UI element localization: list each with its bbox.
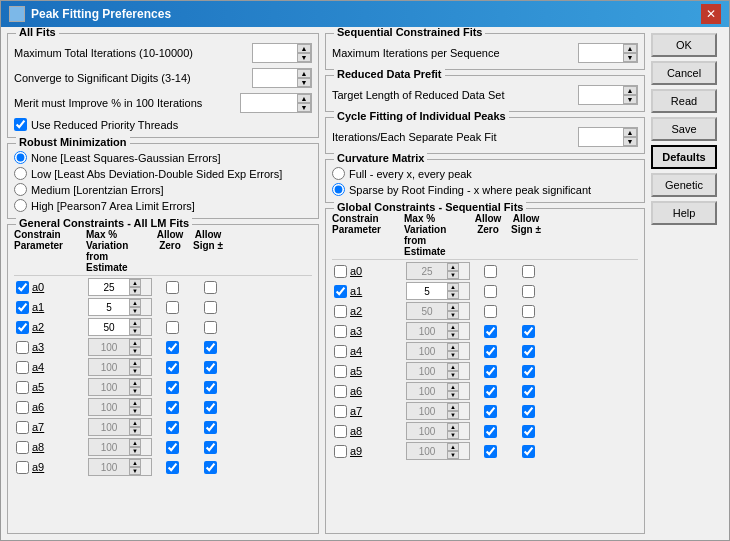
max-down-btn[interactable]: ▼: [129, 467, 141, 475]
max-input[interactable]: [89, 459, 129, 475]
seq-max-iter-down[interactable]: ▼: [623, 53, 637, 62]
max-down-btn[interactable]: ▼: [129, 447, 141, 455]
allow-sign-checkbox[interactable]: [522, 265, 535, 278]
allow-sign-checkbox[interactable]: [522, 345, 535, 358]
max-up-btn[interactable]: ▲: [129, 359, 141, 367]
allow-sign-checkbox[interactable]: [522, 325, 535, 338]
param-checkbox-a1[interactable]: [334, 285, 347, 298]
allow-zero-checkbox[interactable]: [166, 461, 179, 474]
param-checkbox-a2[interactable]: [16, 321, 29, 334]
allow-zero-checkbox[interactable]: [484, 325, 497, 338]
max-spinner[interactable]: ▲▼: [406, 262, 470, 280]
allow-zero-checkbox[interactable]: [484, 425, 497, 438]
allow-zero-checkbox[interactable]: [484, 405, 497, 418]
max-down-btn[interactable]: ▼: [447, 431, 459, 439]
max-up-btn[interactable]: ▲: [129, 459, 141, 467]
max-up-btn[interactable]: ▲: [447, 423, 459, 431]
max-spinner[interactable]: ▲▼: [406, 402, 470, 420]
max-down-btn[interactable]: ▼: [447, 311, 459, 319]
max-up-btn[interactable]: ▲: [447, 323, 459, 331]
help-button[interactable]: Help: [651, 201, 717, 225]
converge-input[interactable]: 6: [253, 69, 297, 87]
max-down-btn[interactable]: ▼: [447, 291, 459, 299]
save-button[interactable]: Save: [651, 117, 717, 141]
read-button[interactable]: Read: [651, 89, 717, 113]
allow-zero-checkbox[interactable]: [166, 401, 179, 414]
max-down-btn[interactable]: ▼: [129, 327, 141, 335]
max-spinner[interactable]: ▲▼: [88, 418, 152, 436]
max-input[interactable]: [89, 299, 129, 315]
max-input[interactable]: [407, 263, 447, 279]
max-spinner[interactable]: ▲▼: [88, 458, 152, 476]
cycle-iter-spinner[interactable]: 20 ▲ ▼: [578, 127, 638, 147]
max-spinner[interactable]: ▲▼: [88, 438, 152, 456]
allow-sign-checkbox[interactable]: [522, 365, 535, 378]
max-input[interactable]: [89, 379, 129, 395]
merit-up[interactable]: ▲: [297, 94, 311, 103]
max-spinner[interactable]: ▲▼: [88, 358, 152, 376]
param-checkbox-a5[interactable]: [334, 365, 347, 378]
max-up-btn[interactable]: ▲: [447, 263, 459, 271]
max-up-btn[interactable]: ▲: [129, 419, 141, 427]
converge-up[interactable]: ▲: [297, 69, 311, 78]
max-down-btn[interactable]: ▼: [447, 411, 459, 419]
param-checkbox-a4[interactable]: [334, 345, 347, 358]
max-down-btn[interactable]: ▼: [129, 407, 141, 415]
converge-down[interactable]: ▼: [297, 78, 311, 87]
target-length-input[interactable]: 1000: [579, 86, 623, 104]
cycle-iter-up[interactable]: ▲: [623, 128, 637, 137]
max-spinner[interactable]: ▲▼: [88, 278, 152, 296]
allow-zero-checkbox[interactable]: [166, 301, 179, 314]
max-spinner[interactable]: ▲▼: [406, 422, 470, 440]
allow-zero-checkbox[interactable]: [484, 285, 497, 298]
allow-zero-checkbox[interactable]: [166, 361, 179, 374]
param-checkbox-a1[interactable]: [16, 301, 29, 314]
max-input[interactable]: [89, 439, 129, 455]
max-input[interactable]: [407, 423, 447, 439]
max-iter-down[interactable]: ▼: [297, 53, 311, 62]
allow-sign-checkbox[interactable]: [204, 361, 217, 374]
max-up-btn[interactable]: ▲: [129, 399, 141, 407]
param-checkbox-a0[interactable]: [16, 281, 29, 294]
max-up-btn[interactable]: ▲: [447, 303, 459, 311]
allow-zero-checkbox[interactable]: [484, 305, 497, 318]
max-spinner[interactable]: ▲▼: [406, 342, 470, 360]
max-up-btn[interactable]: ▲: [447, 443, 459, 451]
max-input[interactable]: [407, 303, 447, 319]
max-up-btn[interactable]: ▲: [447, 343, 459, 351]
robust-high-radio[interactable]: [14, 199, 27, 212]
max-input[interactable]: [89, 319, 129, 335]
allow-zero-checkbox[interactable]: [484, 345, 497, 358]
max-input[interactable]: [89, 359, 129, 375]
converge-spinner[interactable]: 6 ▲ ▼: [252, 68, 312, 88]
max-spinner[interactable]: ▲▼: [406, 442, 470, 460]
allow-sign-checkbox[interactable]: [204, 421, 217, 434]
use-reduced-checkbox[interactable]: [14, 118, 27, 131]
param-checkbox-a0[interactable]: [334, 265, 347, 278]
cycle-iter-down[interactable]: ▼: [623, 137, 637, 146]
allow-sign-checkbox[interactable]: [522, 425, 535, 438]
max-spinner[interactable]: ▲▼: [406, 322, 470, 340]
allow-zero-checkbox[interactable]: [166, 441, 179, 454]
ok-button[interactable]: OK: [651, 33, 717, 57]
seq-max-iter-spinner[interactable]: 20 ▲ ▼: [578, 43, 638, 63]
allow-sign-checkbox[interactable]: [204, 341, 217, 354]
allow-sign-checkbox[interactable]: [204, 301, 217, 314]
allow-sign-checkbox[interactable]: [522, 305, 535, 318]
max-spinner[interactable]: ▲▼: [406, 282, 470, 300]
param-checkbox-a8[interactable]: [334, 425, 347, 438]
allow-zero-checkbox[interactable]: [484, 445, 497, 458]
max-input[interactable]: [407, 383, 447, 399]
max-down-btn[interactable]: ▼: [447, 391, 459, 399]
max-spinner[interactable]: ▲▼: [406, 302, 470, 320]
max-iter-spinner[interactable]: 500 ▲ ▼: [252, 43, 312, 63]
merit-down[interactable]: ▼: [297, 103, 311, 112]
max-down-btn[interactable]: ▼: [129, 427, 141, 435]
allow-zero-checkbox[interactable]: [166, 321, 179, 334]
max-input[interactable]: [407, 443, 447, 459]
max-input[interactable]: [407, 363, 447, 379]
max-up-btn[interactable]: ▲: [129, 339, 141, 347]
max-spinner[interactable]: ▲▼: [88, 338, 152, 356]
max-input[interactable]: [89, 399, 129, 415]
defaults-button[interactable]: Defaults: [651, 145, 717, 169]
